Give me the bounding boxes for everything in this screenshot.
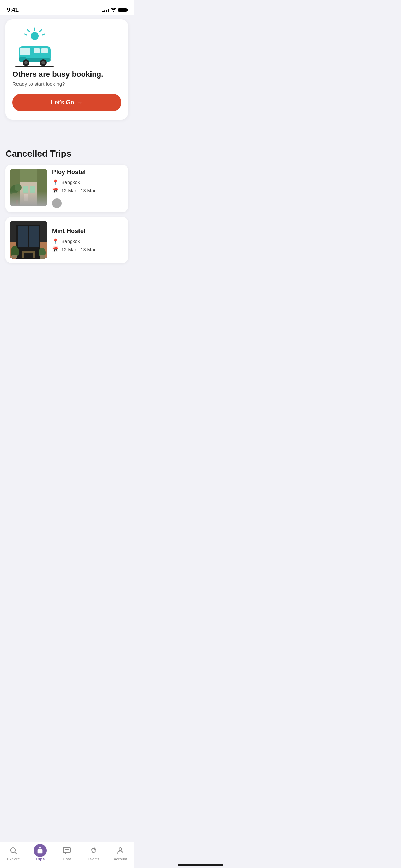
hostel-info-ploy: Ploy Hostel 📍 Bangkok 📅 12 Mar - 13 Mar <box>52 169 124 208</box>
svg-rect-21 <box>30 186 35 193</box>
hostel-dates-ploy: 📅 12 Mar - 13 Mar <box>52 188 124 194</box>
promo-card: Others are busy booking. Ready to start … <box>5 19 128 120</box>
lets-go-button[interactable]: Let's Go → <box>12 94 121 111</box>
svg-line-4 <box>25 34 27 35</box>
svg-rect-40 <box>22 251 35 253</box>
svg-rect-7 <box>20 48 30 55</box>
bottom-spacer <box>0 268 134 302</box>
calendar-icon: 📅 <box>52 188 59 194</box>
svg-point-25 <box>15 184 22 191</box>
hostel-name-ploy: Ploy Hostel <box>52 169 124 176</box>
hostel-info-mint: Mint Hostel 📍 Bangkok 📅 12 Mar - 13 Mar <box>52 221 124 259</box>
location-icon-2: 📍 <box>52 238 59 244</box>
promo-heading: Others are busy booking. <box>12 70 121 79</box>
svg-point-13 <box>24 61 28 64</box>
location-icon: 📍 <box>52 179 59 185</box>
promo-subtext: Ready to start looking? <box>12 81 121 87</box>
hostel-city-ploy: 📍 Bangkok <box>52 179 124 185</box>
status-dot <box>52 198 62 208</box>
calendar-icon-2: 📅 <box>52 246 59 253</box>
svg-rect-42 <box>33 253 35 258</box>
status-time: 9:41 <box>7 7 19 13</box>
hostel-card-ploy[interactable]: Ploy Hostel 📍 Bangkok 📅 12 Mar - 13 Mar <box>5 165 128 212</box>
bus-illustration <box>12 27 57 69</box>
battery-icon <box>118 8 127 12</box>
lets-go-label: Let's Go <box>51 99 74 106</box>
svg-rect-27 <box>16 200 18 206</box>
svg-point-5 <box>31 32 39 40</box>
hostel-card-mint[interactable]: Mint Hostel 📍 Bangkok 📅 12 Mar - 13 Mar <box>5 217 128 263</box>
svg-rect-39 <box>40 255 45 259</box>
svg-line-1 <box>40 30 41 32</box>
svg-rect-23 <box>37 169 47 206</box>
spacer <box>0 124 134 140</box>
svg-rect-28 <box>24 194 28 201</box>
svg-rect-38 <box>12 255 17 258</box>
status-icons <box>102 7 127 13</box>
wifi-icon <box>111 7 116 13</box>
hostel-image-mint <box>10 221 47 259</box>
svg-rect-20 <box>23 186 28 193</box>
svg-rect-41 <box>22 253 24 258</box>
svg-rect-9 <box>41 48 48 53</box>
status-bar: 9:41 <box>0 0 134 15</box>
svg-line-2 <box>28 30 29 32</box>
hostel-image-ploy <box>10 169 47 206</box>
svg-line-3 <box>42 34 45 35</box>
svg-rect-8 <box>34 48 40 53</box>
svg-rect-18 <box>10 193 47 206</box>
svg-point-15 <box>41 61 45 64</box>
signal-icon <box>102 8 109 12</box>
arrow-icon: → <box>77 99 83 106</box>
hostel-name-mint: Mint Hostel <box>52 228 124 235</box>
hostel-dates-mint: 📅 12 Mar - 13 Mar <box>52 246 124 253</box>
hostel-city-mint: 📍 Bangkok <box>52 238 124 244</box>
cancelled-trips-title: Cancelled Trips <box>5 148 128 159</box>
